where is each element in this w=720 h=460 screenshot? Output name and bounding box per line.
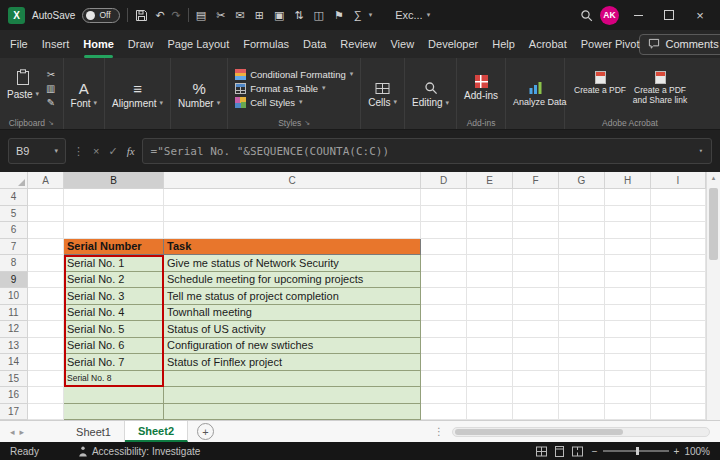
sheet-tab-sheet1[interactable]: Sheet1	[63, 421, 125, 442]
cell-A14[interactable]	[28, 354, 64, 371]
vertical-scrollbar[interactable]: ▴	[706, 172, 720, 420]
tab-file[interactable]: File	[10, 30, 28, 58]
cell-F15[interactable]	[513, 371, 559, 388]
column-header-E[interactable]: E	[467, 172, 513, 189]
table-icon[interactable]: ◫	[314, 9, 324, 22]
select-all-button[interactable]	[0, 172, 28, 189]
zoom-out-icon[interactable]: −	[592, 446, 598, 457]
cell-E10[interactable]	[467, 288, 513, 305]
expand-formula-bar-icon[interactable]: ▾	[699, 147, 703, 155]
number-button[interactable]: % Number▾	[178, 81, 220, 109]
scroll-up-icon[interactable]: ▴	[707, 174, 720, 182]
cell-H8[interactable]	[605, 255, 651, 272]
cell-E9[interactable]	[467, 272, 513, 289]
accessibility-status[interactable]: Accessibility: Investigate	[78, 446, 200, 457]
cell-I13[interactable]	[651, 338, 706, 355]
cell-D16[interactable]	[421, 387, 467, 404]
cell-B10[interactable]: Serial No. 3	[64, 288, 164, 305]
cell-D6[interactable]	[421, 222, 467, 239]
row-header-10[interactable]: 10	[0, 288, 28, 305]
cell-B12[interactable]: Serial No. 5	[64, 321, 164, 338]
cell-I5[interactable]	[651, 206, 706, 223]
close-button[interactable]: ×	[688, 0, 712, 30]
sheet-nav-left-icon[interactable]: ◂	[10, 427, 15, 437]
paste-special-icon[interactable]: ▤	[196, 9, 206, 22]
cell-E5[interactable]	[467, 206, 513, 223]
mail-icon[interactable]: ✉	[235, 9, 244, 22]
row-header-11[interactable]: 11	[0, 305, 28, 322]
cell-G10[interactable]	[559, 288, 605, 305]
cell-B4[interactable]	[64, 189, 164, 206]
minimize-button[interactable]	[626, 0, 650, 30]
cells-button[interactable]: Cells▾	[368, 82, 397, 108]
cell-E8[interactable]	[467, 255, 513, 272]
save-icon[interactable]	[135, 9, 148, 22]
cell-B14[interactable]: Serial No. 7	[64, 354, 164, 371]
cell-D5[interactable]	[421, 206, 467, 223]
tab-draw[interactable]: Draw	[128, 30, 154, 58]
cell-D13[interactable]	[421, 338, 467, 355]
cell-I6[interactable]	[651, 222, 706, 239]
cut-icon[interactable]: ✂	[47, 69, 55, 80]
format-painter-icon[interactable]: ✎	[47, 97, 55, 108]
cell-H16[interactable]	[605, 387, 651, 404]
enter-icon[interactable]: ✓	[108, 145, 117, 158]
tab-splitter-icon[interactable]: ⋮	[434, 426, 444, 437]
cell-B11[interactable]: Serial No. 4	[64, 305, 164, 322]
cell-G6[interactable]	[559, 222, 605, 239]
cell-D8[interactable]	[421, 255, 467, 272]
redo-icon[interactable]: ↷	[172, 10, 181, 21]
cell-C16[interactable]	[164, 387, 421, 404]
cell-E6[interactable]	[467, 222, 513, 239]
column-header-C[interactable]: C	[164, 172, 421, 189]
sort-icon[interactable]: ⇅	[294, 9, 303, 22]
row-header-4[interactable]: 4	[0, 189, 28, 206]
row-header-9[interactable]: 9	[0, 272, 28, 289]
cell-B7[interactable]: Serial Number	[64, 239, 164, 256]
normal-view-icon[interactable]	[536, 446, 547, 457]
cell-B15[interactable]: Serial No. 8	[64, 371, 164, 388]
cell-A11[interactable]	[28, 305, 64, 322]
add-sheet-button[interactable]: +	[197, 423, 214, 440]
cell-H9[interactable]	[605, 272, 651, 289]
tab-formulas[interactable]: Formulas	[243, 30, 289, 58]
tab-insert[interactable]: Insert	[42, 30, 70, 58]
tab-home[interactable]: Home	[83, 30, 114, 58]
paste-button[interactable]: Paste▾	[7, 69, 39, 100]
cell-E12[interactable]	[467, 321, 513, 338]
cell-C11[interactable]: Townhall meeting	[164, 305, 421, 322]
cell-D10[interactable]	[421, 288, 467, 305]
cell-D14[interactable]	[421, 354, 467, 371]
row-header-8[interactable]: 8	[0, 255, 28, 272]
cell-C15[interactable]	[164, 371, 421, 388]
create-pdf-share-button[interactable]: Create a PDF and Share link	[632, 71, 688, 106]
cell-F11[interactable]	[513, 305, 559, 322]
row-header-13[interactable]: 13	[0, 338, 28, 355]
copy-icon[interactable]: ▥	[46, 83, 55, 94]
tab-view[interactable]: View	[390, 30, 414, 58]
tab-data[interactable]: Data	[303, 30, 326, 58]
tab-developer[interactable]: Developer	[428, 30, 478, 58]
cell-G13[interactable]	[559, 338, 605, 355]
chevron-down-icon[interactable]: ▾	[427, 11, 431, 19]
cell-D9[interactable]	[421, 272, 467, 289]
cell-A9[interactable]	[28, 272, 64, 289]
cell-C14[interactable]: Status of Finflex project	[164, 354, 421, 371]
row-header-17[interactable]: 17	[0, 404, 28, 421]
row-header-5[interactable]: 5	[0, 206, 28, 223]
zoom-slider-thumb[interactable]	[636, 447, 639, 455]
cell-I16[interactable]	[651, 387, 706, 404]
cell-I8[interactable]	[651, 255, 706, 272]
cell-G5[interactable]	[559, 206, 605, 223]
cell-B6[interactable]	[64, 222, 164, 239]
cell-E4[interactable]	[467, 189, 513, 206]
print-icon[interactable]: ▣	[274, 9, 284, 22]
cell-H17[interactable]	[605, 404, 651, 421]
cell-H10[interactable]	[605, 288, 651, 305]
cell-I11[interactable]	[651, 305, 706, 322]
cell-C17[interactable]	[164, 404, 421, 421]
cell-B16[interactable]	[64, 387, 164, 404]
cell-C10[interactable]: Tell me status of project completion	[164, 288, 421, 305]
cell-E15[interactable]	[467, 371, 513, 388]
borders-icon[interactable]: ⊞	[255, 9, 264, 22]
